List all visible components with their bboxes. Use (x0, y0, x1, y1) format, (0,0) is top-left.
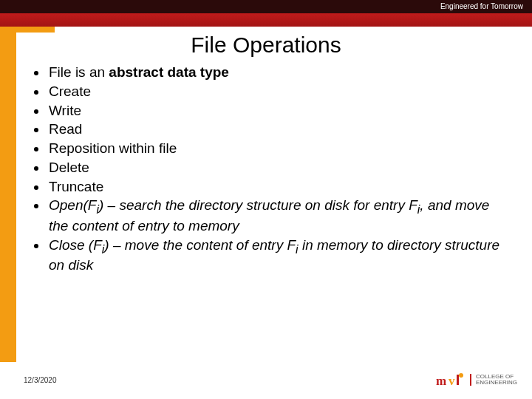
bullet-text: Read (49, 121, 82, 137)
list-item: Create (47, 83, 502, 100)
bullet-text: Write (49, 103, 81, 118)
footer-date: 12/3/2020 (24, 376, 57, 384)
svg-text:v: v (449, 374, 455, 388)
bullet-text: move the content of entry F (121, 237, 296, 253)
logo-text: COLLEGE OF ENGINEERING (470, 374, 517, 386)
bullet-text: Reposition within file (49, 140, 177, 156)
list-item: Close (Fi) – move the content of entry F… (47, 236, 502, 274)
bullet-text-bold: abstract data type (109, 64, 229, 80)
bullet-dash: – (113, 237, 121, 253)
svg-text:m: m (436, 374, 446, 388)
page-title: File Operations (0, 33, 532, 58)
bullet-dash: – (108, 197, 116, 213)
list-item: Reposition within file (47, 140, 502, 157)
logo-icon: m v (436, 369, 466, 390)
list-item: Read (47, 120, 502, 138)
list-item: Truncate (47, 178, 502, 196)
header-tagline: Engineered for Tomorrow (440, 0, 523, 13)
decoration-top-red (0, 13, 532, 27)
list-item: Open(Fi) – search the directory structur… (47, 197, 502, 234)
bullet-text: search the directory structure on disk f… (115, 197, 417, 213)
bullet-text: ) (99, 197, 108, 213)
decoration-left-orange (0, 27, 16, 362)
bullet-text: ) (104, 237, 113, 253)
bullet-text: Truncate (49, 179, 103, 194)
list-item: Write (47, 102, 502, 120)
bullet-text: Create (49, 83, 91, 99)
bullet-text: Open(F (49, 197, 96, 213)
footer-logo: m v COLLEGE OF ENGINEERING (436, 369, 517, 390)
list-item: Delete (47, 159, 502, 177)
logo-line2: ENGINEERING (476, 380, 517, 386)
bullet-text: Close (F (49, 237, 102, 253)
svg-rect-2 (457, 375, 459, 385)
svg-point-3 (459, 373, 463, 378)
bullet-list: File is an abstract data type Create Wri… (30, 64, 502, 276)
bullet-text: File is an (49, 64, 109, 80)
list-item: File is an abstract data type (47, 64, 502, 81)
bullet-text: Delete (49, 160, 89, 175)
